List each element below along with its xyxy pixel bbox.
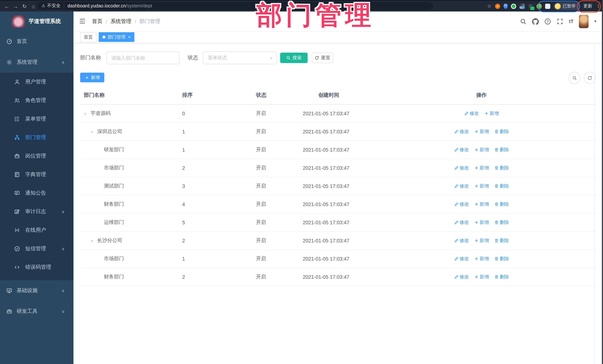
sidebar-item-通知公告[interactable]: 通知公告	[0, 184, 73, 202]
修改-link[interactable]: 修改	[454, 128, 469, 135]
修改-link[interactable]: 修改	[454, 219, 469, 226]
fullscreen-icon[interactable]	[557, 18, 563, 25]
github-icon[interactable]	[532, 18, 539, 25]
sidebar-item-label: 用户管理	[25, 78, 46, 85]
新增-link[interactable]: 新增	[474, 147, 489, 153]
dept-name: 市场部门	[104, 255, 124, 262]
修改-link[interactable]: 修改	[454, 237, 469, 244]
sidebar-item-在线用户[interactable]: 在线用户	[0, 221, 73, 240]
删除-link[interactable]: 删除	[494, 201, 509, 207]
extension-icon[interactable]	[495, 3, 500, 9]
删除-link[interactable]: 删除	[494, 147, 509, 153]
dept-name-cell: 研发部门	[80, 146, 177, 153]
新增-link[interactable]: 新增	[474, 201, 489, 207]
expand-icon[interactable]: ∨	[91, 130, 96, 134]
新增-link[interactable]: 新增	[474, 255, 489, 262]
expand-icon[interactable]: ∨	[84, 111, 89, 115]
brand[interactable]: 芋道管理系统	[0, 11, 73, 31]
hamburger-icon[interactable]	[79, 18, 86, 24]
修改-link[interactable]: 修改	[464, 110, 479, 117]
actions-cell: 修改新增删除	[430, 128, 596, 135]
home-icon[interactable]: ⌂	[29, 2, 38, 11]
status-select[interactable]: 菜单状态 ∨	[203, 52, 277, 64]
sidebar-item-短信管理[interactable]: 短信管理∨	[0, 240, 73, 258]
sidebar-item-首页[interactable]: 首页	[0, 31, 73, 52]
dept-name-cell: 市场部门	[80, 165, 177, 171]
sidebar-item-审计日志[interactable]: 审计日志∨	[0, 202, 73, 221]
table-row: 运维部门5开启2021-01-05 17:03:47修改新增删除	[80, 213, 596, 232]
forward-icon[interactable]: →	[11, 2, 20, 11]
back-icon[interactable]: ←	[2, 2, 11, 11]
caret-down-icon[interactable]: ▾	[594, 19, 596, 24]
sidebar-item-菜单管理[interactable]: 菜单管理	[0, 110, 73, 128]
tab-部门管理[interactable]: 部门管理×	[99, 32, 134, 42]
修改-link[interactable]: 修改	[454, 255, 469, 262]
sidebar-item-基础设施[interactable]: 基础设施∨	[0, 280, 73, 301]
新增-link[interactable]: 新增	[474, 128, 489, 135]
sidebar-item-用户管理[interactable]: 用户管理	[0, 73, 73, 91]
font-size-icon[interactable]: tT	[569, 19, 573, 24]
删除-link[interactable]: 删除	[494, 183, 509, 189]
新增-link[interactable]: 新增	[474, 274, 489, 280]
refresh-table-button[interactable]	[584, 72, 596, 84]
sidebar-item-label: 研发工具	[17, 308, 37, 315]
user-avatar[interactable]	[579, 15, 589, 28]
新增-link[interactable]: 新增	[474, 165, 489, 171]
bookmark-star-icon[interactable]: ☆	[487, 3, 491, 9]
sidebar-item-错误码管理[interactable]: 错误码管理	[0, 258, 73, 276]
sidebar-item-系统管理[interactable]: 系统管理∧	[0, 52, 73, 73]
extension-icon[interactable]	[528, 3, 533, 9]
dept-name: 财务部门	[104, 201, 124, 208]
extension-icon[interactable]	[503, 3, 508, 9]
extension-icon[interactable]	[511, 3, 516, 9]
删除-link[interactable]: 删除	[494, 255, 509, 262]
show-search-button[interactable]	[568, 72, 580, 84]
table-row: 研发部门1开启2021-01-05 17:03:47修改新增删除	[80, 141, 596, 159]
status-select-placeholder: 菜单状态	[208, 55, 227, 61]
sidebar-item-角色管理[interactable]: 角色管理	[0, 91, 73, 110]
breadcrumb-item[interactable]: 系统管理	[111, 18, 131, 25]
sidebar-item-部门管理[interactable]: 部门管理	[0, 128, 73, 147]
dept-name-input[interactable]	[106, 52, 180, 64]
pencil-icon	[454, 238, 458, 243]
删除-link[interactable]: 删除	[494, 165, 509, 171]
extension-icon[interactable]	[519, 3, 524, 9]
修改-link[interactable]: 修改	[454, 165, 469, 171]
reset-button[interactable]: 重置	[312, 53, 333, 63]
tab-首页[interactable]: 首页	[80, 33, 96, 42]
删除-link[interactable]: 删除	[494, 274, 509, 280]
reload-icon[interactable]: ↻	[20, 2, 29, 11]
tab-label: 部门管理	[108, 34, 126, 40]
add-button-label: 新增	[91, 74, 100, 81]
sort-cell: 2	[177, 165, 251, 171]
删除-link[interactable]: 删除	[494, 237, 509, 244]
breadcrumb-item[interactable]: 首页	[92, 18, 103, 25]
refresh-icon	[315, 55, 319, 60]
search-button[interactable]: 搜索	[280, 53, 308, 63]
add-button[interactable]: 新增	[80, 73, 104, 82]
sidebar-item-label: 通知公告	[25, 190, 46, 197]
修改-link[interactable]: 修改	[454, 274, 469, 280]
expand-icon[interactable]: ∨	[91, 239, 96, 243]
修改-link[interactable]: 修改	[454, 147, 469, 153]
删除-link[interactable]: 删除	[494, 128, 509, 135]
help-icon[interactable]: ?	[544, 18, 551, 25]
删除-link[interactable]: 删除	[494, 219, 509, 226]
新增-link[interactable]: 新增	[474, 183, 489, 189]
trash-icon	[494, 166, 499, 170]
新增-link[interactable]: 新增	[474, 219, 489, 226]
action-label: 新增	[480, 219, 489, 226]
修改-link[interactable]: 修改	[454, 201, 469, 207]
scrollbar-track[interactable]	[594, 43, 595, 364]
search-icon[interactable]	[520, 18, 527, 25]
sidebar-item-研发工具[interactable]: 研发工具∨	[0, 301, 73, 322]
dept-name-cell: 财务部门	[80, 201, 177, 208]
sort-cell: 1	[177, 256, 251, 262]
sidebar-item-字典管理[interactable]: 字典管理	[0, 165, 73, 184]
修改-link[interactable]: 修改	[454, 183, 469, 189]
新增-link[interactable]: 新增	[474, 237, 489, 244]
action-label: 删除	[500, 128, 509, 135]
close-icon[interactable]: ×	[128, 35, 131, 39]
sidebar-item-岗位管理[interactable]: 岗位管理	[0, 147, 73, 165]
新增-link[interactable]: 新增	[484, 110, 499, 117]
